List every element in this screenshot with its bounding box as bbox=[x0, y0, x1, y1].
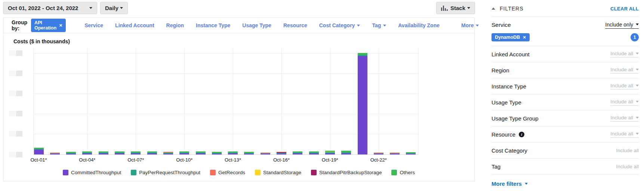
group-by-option-service[interactable]: Service bbox=[78, 22, 109, 28]
bar-stack-oct-14[interactable] bbox=[244, 152, 254, 154]
bar-segment-committedthroughput[interactable] bbox=[179, 153, 189, 154]
bar-segment-committedthroughput[interactable] bbox=[50, 154, 60, 154]
filter-count-badge: 1 bbox=[631, 33, 639, 41]
legend-label: GetRecords bbox=[218, 170, 245, 175]
chip-label: API Operation bbox=[34, 20, 56, 31]
date-range-button[interactable]: Oct 01, 2022 - Oct 24, 2022 bbox=[3, 2, 97, 14]
bar-segment-committedthroughput[interactable] bbox=[131, 153, 141, 154]
bar-segment-committedthroughput[interactable] bbox=[212, 154, 222, 154]
legend-item-others[interactable]: Others bbox=[391, 170, 415, 175]
chevron-down-icon bbox=[467, 7, 470, 9]
bar-stack-oct-23[interactable] bbox=[390, 153, 400, 154]
filter-label-text: Cost Category bbox=[492, 147, 527, 154]
bar-segment-committedthroughput[interactable] bbox=[115, 153, 124, 154]
group-by-option-instance-type[interactable]: Instance Type bbox=[190, 22, 236, 28]
bar-segment-committedthroughput[interactable] bbox=[228, 153, 238, 154]
filter-value-dropdown[interactable]: Include all bbox=[610, 67, 639, 73]
service-chip-row: DynamoDB ✕ 1 bbox=[492, 33, 639, 46]
filter-row-resource: ResourceiInclude all bbox=[492, 126, 639, 143]
bar-stack-oct-10[interactable] bbox=[179, 151, 189, 154]
filter-value-text: Include all bbox=[610, 131, 633, 137]
bar-segment-committedthroughput[interactable] bbox=[390, 154, 400, 154]
chart-style-button[interactable]: Stack bbox=[436, 2, 475, 14]
y-axis-redacted-tick bbox=[9, 50, 22, 56]
group-by-option-linked-account[interactable]: Linked Account bbox=[109, 22, 160, 28]
service-mode-dropdown[interactable]: Include only bbox=[605, 22, 639, 29]
bar-stack-oct-11[interactable] bbox=[196, 151, 206, 154]
bar-stack-oct-06[interactable] bbox=[115, 151, 124, 154]
bar-segment-committedthroughput[interactable] bbox=[147, 153, 157, 154]
group-by-option-resource[interactable]: Resource bbox=[277, 22, 313, 28]
bar-segment-committedthroughput[interactable] bbox=[374, 154, 383, 154]
bar-segment-committedthroughput[interactable] bbox=[309, 153, 319, 154]
group-by-option-label: Tag bbox=[372, 22, 381, 28]
bar-stack-oct-12[interactable] bbox=[212, 152, 222, 154]
chevron-down-icon bbox=[636, 117, 639, 119]
legend-item-payperrequestthroughput[interactable]: PayPerRequestThroughput bbox=[131, 170, 200, 175]
group-by-chip-api-operation[interactable]: API Operation ✕ bbox=[31, 19, 66, 32]
bar-segment-committedthroughput[interactable] bbox=[82, 153, 92, 154]
group-by-option-more[interactable]: More bbox=[455, 22, 485, 28]
service-chip-dynamodb[interactable]: DynamoDB ✕ bbox=[492, 33, 530, 41]
bar-stack-oct-08[interactable] bbox=[147, 151, 157, 154]
bar-segment-committedthroughput[interactable] bbox=[244, 154, 254, 154]
filter-value-dropdown[interactable]: Include all bbox=[610, 83, 639, 90]
granularity-button[interactable]: Daily bbox=[100, 2, 128, 14]
filter-value-dropdown[interactable]: Include all bbox=[610, 99, 639, 106]
filters-header[interactable]: FILTERS bbox=[492, 6, 524, 12]
bar-stack-oct-04[interactable] bbox=[82, 151, 92, 154]
bar-stack-oct-01[interactable] bbox=[34, 148, 44, 154]
bar-stack-oct-19[interactable] bbox=[325, 151, 335, 154]
group-by-option-region[interactable]: Region bbox=[160, 22, 190, 28]
group-by-option-cost-category[interactable]: Cost Category bbox=[313, 22, 366, 28]
bar-segment-committedthroughput[interactable] bbox=[277, 154, 286, 154]
legend-item-standardpitrbackupstorage[interactable]: StandardPitrBackupStorage bbox=[311, 170, 382, 175]
filter-value-text: Include all bbox=[610, 99, 633, 104]
filter-value-dropdown[interactable]: Include all bbox=[610, 115, 639, 122]
bar-segment-committedthroughput[interactable] bbox=[293, 153, 302, 154]
filter-value-dropdown[interactable]: Include all bbox=[610, 51, 639, 57]
bar-stack-oct-09[interactable] bbox=[163, 152, 173, 154]
bar-stack-oct-05[interactable] bbox=[99, 151, 108, 154]
bar-segment-committedthroughput[interactable] bbox=[341, 153, 351, 154]
bar-segment-committedthroughput[interactable] bbox=[34, 150, 44, 154]
bar-stack-oct-16[interactable] bbox=[277, 152, 286, 154]
bar-stack-oct-20[interactable] bbox=[341, 151, 351, 154]
bar-segment-committedthroughput[interactable] bbox=[163, 154, 173, 154]
chart-style-label: Stack bbox=[450, 5, 465, 11]
bar-stack-oct-15[interactable] bbox=[261, 153, 270, 154]
group-by-option-usage-type[interactable]: Usage Type bbox=[236, 22, 277, 28]
bar-segment-committedthroughput[interactable] bbox=[358, 56, 367, 154]
y-axis-redacted-tick bbox=[9, 71, 22, 76]
bar-stack-oct-02[interactable] bbox=[50, 153, 60, 154]
bar-stack-oct-03[interactable] bbox=[66, 152, 76, 154]
bar-stack-oct-24[interactable] bbox=[406, 152, 416, 154]
bar-stack-oct-21[interactable] bbox=[358, 53, 367, 154]
group-by-option-availability-zone[interactable]: Availability Zone bbox=[392, 22, 446, 28]
bar-segment-committedthroughput[interactable] bbox=[325, 153, 335, 154]
remove-chip-icon[interactable]: ✕ bbox=[523, 35, 526, 40]
chevron-down-icon bbox=[636, 53, 639, 54]
group-by-option-label: Availability Zone bbox=[398, 22, 440, 28]
bar-segment-committedthroughput[interactable] bbox=[66, 154, 76, 154]
legend-item-getrecords[interactable]: GetRecords bbox=[210, 170, 245, 175]
bar-stack-oct-18[interactable] bbox=[309, 151, 319, 154]
clear-all-button[interactable]: CLEAR ALL bbox=[610, 6, 639, 12]
chevron-down-icon bbox=[525, 183, 528, 185]
bar-segment-committedthroughput[interactable] bbox=[99, 153, 108, 154]
more-filters-button[interactable]: More filters bbox=[492, 181, 528, 187]
bar-stack-oct-13[interactable] bbox=[228, 151, 238, 154]
bar-stack-oct-07[interactable] bbox=[131, 151, 141, 154]
remove-chip-icon[interactable]: ✕ bbox=[59, 23, 62, 28]
legend-item-standardstorage[interactable]: StandardStorage bbox=[255, 170, 301, 175]
filter-row-usage-type: Usage TypeInclude all bbox=[492, 94, 639, 110]
legend-item-committedthroughput[interactable]: CommittedThroughput bbox=[63, 170, 121, 175]
info-icon[interactable]: i bbox=[519, 132, 524, 137]
filter-value-dropdown[interactable]: Include all bbox=[610, 131, 639, 138]
bar-stack-oct-22[interactable] bbox=[374, 153, 383, 154]
bar-segment-committedthroughput[interactable] bbox=[261, 154, 270, 154]
bar-segment-committedthroughput[interactable] bbox=[406, 154, 416, 154]
bar-stack-oct-17[interactable] bbox=[293, 151, 302, 154]
group-by-option-tag[interactable]: Tag bbox=[366, 22, 392, 28]
bar-segment-committedthroughput[interactable] bbox=[196, 153, 206, 154]
